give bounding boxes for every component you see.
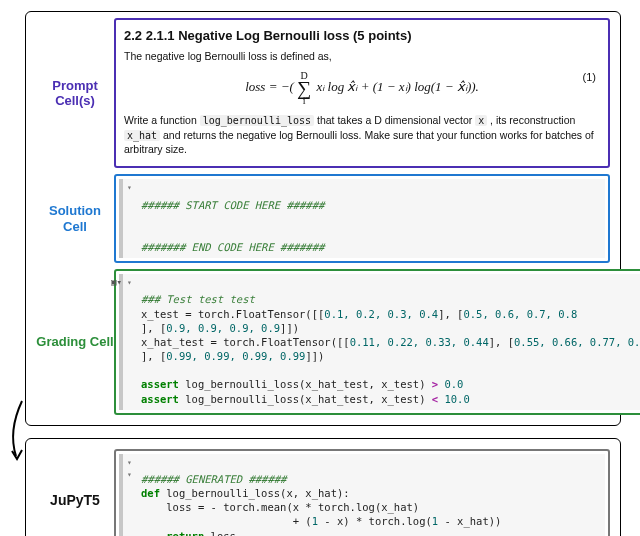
grading-label: Grading Cell <box>36 269 114 415</box>
solution-code-block: ▾###### START CODE HERE ###### ####### E… <box>119 179 605 258</box>
gen-l2: + ( <box>141 515 312 527</box>
prompt-desc-2: that takes a D dimensional vector <box>314 114 475 126</box>
flow-arrow-icon <box>10 401 34 461</box>
prompt-desc-4: and returns the negative log Bernoulli l… <box>124 129 594 156</box>
grading-comment: ### Test test test <box>141 293 255 305</box>
prompt-desc: Write a function log_bernoulli_loss that… <box>124 113 600 156</box>
eq-number: (1) <box>583 71 596 83</box>
eq-prefix: = −( <box>269 79 294 94</box>
code-xhat: x_hat <box>124 130 160 141</box>
eq-sum-bot: i <box>303 95 306 106</box>
g-l1d: ]]) <box>280 322 299 334</box>
prompt-desc-1: Write a function <box>124 114 200 126</box>
g-l2b: ], [ <box>489 336 514 348</box>
gen-l1: loss = - torch.mean(x * torch.log(x_hat) <box>141 501 419 513</box>
solution-end-marker: ####### END CODE HERE ####### <box>141 241 324 253</box>
code-fn-name: log_bernoulli_loss <box>200 115 314 126</box>
run-badge-icon: ▣▾ <box>111 276 122 288</box>
g-l1b: ], [ <box>438 308 463 320</box>
grading-row: Grading Cell ▣▾▾### Test test test x_tes… <box>36 269 610 415</box>
gen-def-sig: log_bernoulli_loss(x, x_hat): <box>160 487 350 499</box>
solution-row: Solution Cell ▾###### START CODE HERE ##… <box>36 174 610 263</box>
prompt-cell: 2.2 2.1.1 Negative Log Bernoulli loss (5… <box>114 18 610 168</box>
eq-lhs: loss <box>245 79 265 94</box>
collapse-icon: ▾ <box>127 458 132 469</box>
code-x: x <box>475 115 487 126</box>
gen-def-kw: def <box>141 487 160 499</box>
g-v3: 0.9, 0.9, 0.9, 0.9 <box>166 322 280 334</box>
solution-start-marker: ###### START CODE HERE ###### <box>141 199 324 211</box>
prompt-heading: 2.2 2.1.1 Negative Log Bernoulli loss (5… <box>124 28 600 43</box>
prompt-desc-3: , its reconstruction <box>487 114 575 126</box>
g-assert1-kw: assert <box>141 378 179 390</box>
top-group-box: Prompt Cell(s) 2.2 2.1.1 Negative Log Be… <box>25 11 621 426</box>
g-l1a: x_test = torch.FloatTensor([[ <box>141 308 324 320</box>
gen-l2d: - x_hat)) <box>438 515 501 527</box>
solution-cell: ▾###### START CODE HERE ###### ####### E… <box>114 174 610 263</box>
grading-label-text: Grading Cell <box>36 334 113 350</box>
collapse-icon: ▾ <box>127 470 132 481</box>
gen-comment: ###### GENERATED ###### <box>141 473 286 485</box>
grading-code-block: ▣▾▾### Test test test x_test = torch.Flo… <box>119 274 640 410</box>
g-assert1-rhs: 0.0 <box>438 378 463 390</box>
gen-l2b: - x) * torch.log( <box>318 515 432 527</box>
g-v2: 0.5, 0.6, 0.7, 0.8 <box>463 308 577 320</box>
gen-ret-rest: loss <box>204 530 236 536</box>
g-v1: 0.1, 0.2, 0.3, 0.4 <box>324 308 438 320</box>
g-l2d: ]]) <box>305 350 324 362</box>
prompt-label: Prompt Cell(s) <box>36 18 114 168</box>
g-assert2-call: log_bernoulli_loss(x_hat_test, x_test) <box>179 393 432 405</box>
g-l2a: x_hat_test = torch.FloatTensor([[ <box>141 336 350 348</box>
collapse-icon: ▾ <box>127 183 132 194</box>
g-assert2-rhs: 10.0 <box>438 393 470 405</box>
g-w1: 0.11, 0.22, 0.33, 0.44 <box>350 336 489 348</box>
prompt-row: Prompt Cell(s) 2.2 2.1.1 Negative Log Be… <box>36 18 610 168</box>
g-w2: 0.55, 0.66, 0.77, 0.88 <box>514 336 640 348</box>
generated-group-box: JuPyT5 ▾###### GENERATED ###### ▾def log… <box>25 438 621 536</box>
grading-cell: ▣▾▾### Test test test x_test = torch.Flo… <box>114 269 640 415</box>
g-l1c: ], [ <box>141 322 166 334</box>
solution-label-text: Solution Cell <box>36 203 114 234</box>
generated-code-block: ▾###### GENERATED ###### ▾def log_bernou… <box>119 454 605 536</box>
g-assert1-call: log_bernoulli_loss(x_hat_test, x_test) <box>179 378 432 390</box>
page: Prompt Cell(s) 2.2 2.1.1 Negative Log Be… <box>0 0 640 536</box>
solution-label: Solution Cell <box>36 174 114 263</box>
g-assert2-kw: assert <box>141 393 179 405</box>
eq-sum: D ∑ i <box>297 71 311 105</box>
prompt-equation: loss = −( D ∑ i xᵢ log x̂ᵢ + (1 − xᵢ) lo… <box>124 71 600 105</box>
gen-ret-kw: return <box>166 530 204 536</box>
jupyt5-row: JuPyT5 ▾###### GENERATED ###### ▾def log… <box>36 449 610 536</box>
jupyt5-label: JuPyT5 <box>36 492 114 508</box>
eq-body: xᵢ log x̂ᵢ + (1 − xᵢ) log(1 − x̂ᵢ)). <box>317 79 479 94</box>
g-w3: 0.99, 0.99, 0.99, 0.99 <box>166 350 305 362</box>
prompt-intro: The negative log Bernoulli loss is defin… <box>124 49 600 63</box>
prompt-label-text: Prompt Cell(s) <box>36 78 114 109</box>
collapse-icon: ▾ <box>127 278 132 289</box>
g-l2c: ], [ <box>141 350 166 362</box>
generated-cell: ▾###### GENERATED ###### ▾def log_bernou… <box>114 449 610 536</box>
